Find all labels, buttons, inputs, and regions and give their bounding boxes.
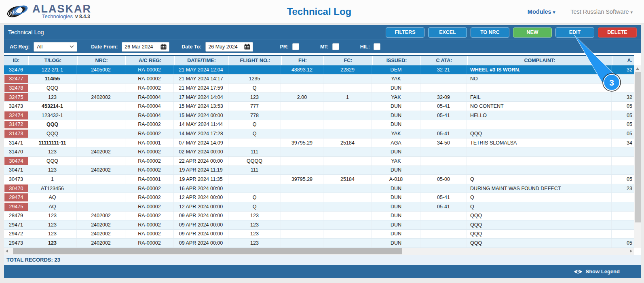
scroll-right-arrow-icon[interactable] — [630, 249, 632, 253]
cell-issued: DUN — [372, 184, 420, 193]
vertical-scrollbar[interactable] — [634, 65, 641, 248]
cell-c-ata: 32-09 — [420, 93, 467, 102]
cell-fc: 25184 — [323, 138, 372, 147]
date-from-input[interactable]: 26 Mar 2024 — [122, 42, 169, 52]
calendar-icon[interactable] — [160, 44, 167, 50]
footer-bar: Show Legend — [4, 265, 641, 278]
to-nrc-button[interactable]: TO NRC — [471, 27, 509, 38]
user-menu[interactable]: Test Russian Software▾ — [570, 8, 633, 15]
new-button[interactable]: NEW — [513, 27, 552, 38]
cell-ac-reg: RA-00002 — [125, 239, 174, 247]
column-header-fc[interactable]: FC: — [323, 56, 372, 65]
filters-button[interactable]: FILTERS — [386, 27, 424, 38]
cell-id: 31470 — [4, 147, 28, 156]
table-row[interactable]: 3147111111111-11RA-0000107 MAY 2024 14:0… — [4, 138, 634, 148]
cell-tlog: 1 — [28, 175, 77, 184]
column-header-t-log[interactable]: T/LOG: — [28, 56, 77, 65]
cell-datetime: 09 APR 2024 00:00 — [174, 239, 228, 247]
cell-c-ata — [420, 147, 467, 156]
cell-a — [612, 220, 634, 229]
cell-fc — [323, 75, 372, 84]
cell-datetime: 21 MAY 2024 17:59 — [174, 84, 228, 92]
table-row[interactable]: 294721232402002RA-0000209 APR 2024 00:00… — [4, 230, 634, 239]
horizontal-scrollbar[interactable] — [4, 248, 634, 255]
cell-ac-reg: RA-00002 — [125, 202, 174, 211]
cell-tlog: 114/55 — [28, 75, 77, 84]
cell-issued: DUN — [372, 147, 420, 156]
chevron-down-icon: ▾ — [630, 10, 633, 15]
delete-button[interactable]: DELETE — [598, 27, 637, 38]
horizontal-scroll-thumb[interactable] — [13, 248, 402, 254]
mt-checkbox[interactable] — [332, 43, 339, 50]
cell-issued: DUN — [372, 102, 420, 111]
table-row[interactable]: 29474AQRA-0000212 APR 2024 00:00QDUN05-4… — [4, 193, 634, 202]
table-row[interactable]: 31472QQQRA-0000214 MAY 2024 11:44QDUN05 — [4, 120, 634, 130]
table-row[interactable]: 31473QQQRA-0000214 MAY 2024 17:28QYAK05-… — [4, 129, 634, 138]
cell-ac-reg: RA-00004 — [125, 111, 174, 120]
vertical-scroll-thumb[interactable] — [635, 72, 641, 222]
cell-nrc — [77, 157, 125, 166]
table-row[interactable]: 32477114/55RA-0000221 MAY 2024 14:171235… — [4, 75, 634, 84]
cell-fh — [281, 239, 323, 247]
cell-ac-reg: RA-00001 — [125, 138, 174, 147]
excel-button[interactable]: EXCEL — [428, 27, 467, 38]
cell-c-ata — [420, 230, 467, 239]
cell-fc — [323, 184, 372, 193]
cell-fh — [281, 193, 323, 202]
table-row[interactable]: 30474QQQRA-0000222 APR 2024 00:00QQQQYAK — [4, 157, 634, 166]
table-row[interactable]: 324751232402002RA-0000417 MAY 2024 14:04… — [4, 93, 634, 102]
column-header-a[interactable]: A. — [612, 56, 634, 65]
select-chevron-icon — [70, 45, 74, 48]
column-header-flight-no[interactable]: FLIGHT NO.: — [228, 56, 281, 65]
table-row[interactable]: 294731232402002RA-0000209 APR 2024 00:00… — [4, 239, 634, 248]
cell-nrc — [77, 111, 125, 120]
table-body: 32476122-2/1-12405002RA-0000221 MAY 2024… — [4, 65, 634, 248]
modules-menu[interactable]: Modules▾ — [528, 8, 555, 15]
date-to-input[interactable]: 26 May 2024 — [205, 42, 253, 52]
cell-fc — [323, 212, 372, 220]
column-header-complaint[interactable]: COMPLAINT: — [467, 56, 612, 65]
brand-subtitle: Technologiesv 8.4.3 — [42, 13, 91, 19]
table-row[interactable]: 294711232402002RA-0000209 APR 2024 00:00… — [4, 220, 634, 230]
table-row[interactable]: 32478QQQRA-0000221 MAY 2024 17:59QDUN — [4, 84, 634, 93]
column-header-fh[interactable]: FH: — [281, 56, 323, 65]
hil-checkbox[interactable] — [374, 43, 380, 50]
scroll-left-arrow-icon[interactable] — [6, 249, 8, 253]
pr-checkbox[interactable] — [292, 43, 299, 50]
cell-fh — [281, 129, 323, 138]
table-row[interactable]: 304711232402002RA-0000219 APR 2024 11:19… — [4, 166, 634, 175]
column-header-a-c-reg[interactable]: A/C REG: — [125, 56, 174, 65]
table-row[interactable]: 304731RA-0000119 APR 2024 11:3539795.292… — [4, 175, 634, 184]
filter-hil: HIL: — [360, 43, 380, 50]
cell-fh — [281, 202, 323, 211]
cell-complaint: HELLO — [467, 111, 612, 120]
cell-tlog: 123 — [28, 230, 77, 239]
column-header-nrc[interactable]: NRC: — [77, 56, 125, 65]
edit-button[interactable]: EDIT — [555, 27, 594, 38]
table-row[interactable]: 314701232402002RA-0000202 MAY 2024 00:00… — [4, 147, 634, 157]
table-row[interactable]: 32474123432-1RA-0000415 MAY 2024 00:0077… — [4, 111, 634, 120]
cell-complaint: Q — [467, 175, 612, 184]
column-header-id[interactable]: ID: — [4, 56, 28, 65]
scroll-up-arrow-icon[interactable] — [636, 67, 639, 70]
cell-nrc: 2402002 — [77, 93, 125, 102]
toolbar-buttons: FILTERSEXCELTO NRCNEWEDITDELETE — [386, 27, 637, 38]
calendar-icon[interactable] — [244, 44, 250, 50]
table-row[interactable]: 29475AQRA-0000212 APR 2024 00:00QDUN05-4… — [4, 202, 634, 212]
table-row[interactable]: 30470AT123456RA-0000216 APR 2024 00:00DU… — [4, 184, 634, 193]
column-header-date-time[interactable]: DATE/TIME: — [174, 56, 228, 65]
cell-tlog: 123 — [28, 166, 77, 175]
table-row[interactable]: 32473453214-1RA-0000415 MAY 2024 13:5377… — [4, 102, 634, 111]
table-row[interactable]: 284791232402002RA-0000209 APR 2024 00:00… — [4, 212, 634, 221]
cell-fh — [281, 147, 323, 156]
table-header-row: ID:T/LOG:NRC:A/C REG:DATE/TIME:FLIGHT NO… — [4, 55, 634, 65]
filter-checkboxes: PR:MT:HIL: — [280, 43, 401, 50]
table-row[interactable]: 32476122-2/1-12405002RA-0000221 MAY 2024… — [4, 65, 634, 75]
column-header-c-ata[interactable]: C ATA: — [420, 56, 467, 65]
column-header-issued[interactable]: ISSUED: — [372, 56, 420, 65]
filter-pr: PR: — [280, 43, 299, 50]
ac-reg-select[interactable]: All — [34, 42, 77, 52]
date-to-label: Date To: — [182, 44, 201, 50]
show-legend-button[interactable]: Show Legend — [574, 268, 620, 275]
technical-log-panel: Technical Log FILTERSEXCELTO NRCNEWEDITD… — [4, 25, 641, 278]
